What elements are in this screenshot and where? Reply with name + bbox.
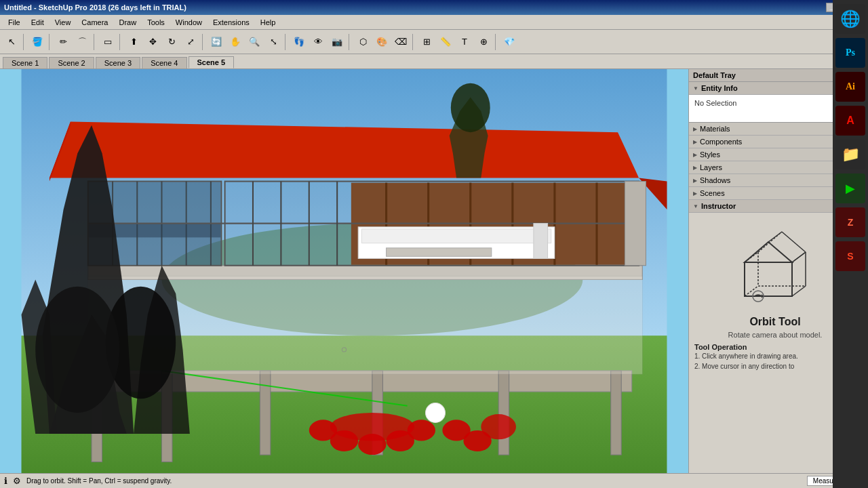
position-camera-tool[interactable]: 📷	[328, 33, 346, 51]
pencil-tool[interactable]: ✏	[54, 33, 72, 51]
menu-view[interactable]: View	[50, 17, 77, 28]
layers-label: Layers	[700, 163, 722, 171]
tool-name: Orbit Tool	[749, 316, 800, 328]
main-area: Default Tray 📌 × ▼ Entity Info × No Sele…	[0, 69, 868, 473]
select-tool[interactable]: ↖	[3, 33, 20, 51]
section-tool[interactable]: ⊞	[418, 33, 435, 51]
tabs-bar: Scene 1 Scene 2 Scene 3 Scene 4 Scene 5	[0, 54, 868, 69]
photoshop-icon[interactable]: Ps	[835, 38, 865, 68]
tape-tool[interactable]: 📏	[437, 33, 454, 51]
materials-arrow: ▶	[693, 126, 697, 132]
menu-window[interactable]: Window	[170, 17, 208, 28]
tab-scene2[interactable]: Scene 2	[49, 57, 94, 68]
app-icon-1[interactable]: Z	[835, 207, 865, 237]
separator	[202, 34, 205, 50]
tool-operation-steps: 1. Click anywhere in drawing area. 2. Mo…	[694, 351, 798, 371]
firefox-icon[interactable]: 🌐	[835, 4, 865, 34]
status-message: Drag to orbit. Shift = Pan, Ctrl = suspe…	[26, 477, 172, 485]
text-tool[interactable]: T	[456, 33, 473, 51]
menu-help[interactable]: Help	[255, 17, 281, 28]
separator	[23, 34, 26, 50]
instructor-title: Instructor	[701, 202, 736, 210]
toolbar: ↖ 🪣 ✏ ⌒ ▭ ⬆ ✥ ↻ ⤢ 🔄 ✋ 🔍 ⤡ 👣 👁 📷 ⬡ 🎨 ⌫ ⊞ …	[0, 30, 868, 54]
instructor-arrow: ▼	[693, 203, 698, 209]
materials-label: Materials	[700, 125, 730, 133]
menu-file[interactable]: File	[3, 17, 26, 28]
scenes-label: Scenes	[700, 189, 725, 197]
info-icon: ℹ	[4, 476, 7, 486]
menu-tools[interactable]: Tools	[142, 17, 170, 28]
paint-tool[interactable]: 🪣	[28, 33, 46, 51]
svg-line-62	[792, 252, 806, 262]
svg-rect-12	[611, 371, 622, 455]
svg-rect-39	[387, 248, 492, 256]
right-app-icons: 🌐 Ps Ai A 📁 ▶ Z S	[833, 0, 868, 488]
rotate-tool[interactable]: ↻	[163, 33, 180, 51]
eraser-tool[interactable]: ⌫	[392, 33, 410, 51]
zoom-extents-tool[interactable]: ⤡	[264, 33, 282, 51]
viewport[interactable]	[0, 69, 688, 473]
svg-marker-57	[745, 242, 792, 262]
svg-rect-38	[534, 224, 548, 259]
look-tool[interactable]: 👁	[309, 33, 327, 51]
tool-description: Rotate camera about model.	[728, 331, 823, 339]
svg-line-63	[782, 232, 806, 252]
move-tool[interactable]: ✥	[144, 33, 161, 51]
menu-draw[interactable]: Draw	[113, 17, 142, 28]
svg-point-46	[408, 420, 435, 441]
no-selection-label: No Selection	[694, 99, 736, 107]
folder-icon[interactable]: 📁	[835, 140, 865, 169]
app-icon-2[interactable]: S	[835, 241, 865, 271]
separator	[495, 34, 498, 50]
tab-scene3[interactable]: Scene 3	[96, 57, 140, 68]
separator	[94, 34, 96, 50]
menu-edit[interactable]: Edit	[26, 17, 50, 28]
scenes-arrow: ▶	[693, 190, 697, 197]
ruby-tool[interactable]: 💎	[500, 33, 518, 51]
svg-point-43	[330, 430, 358, 451]
svg-rect-9	[260, 371, 271, 455]
orbit-tool-btn[interactable]: 🔄	[208, 33, 225, 51]
settings-icon: ⚙	[13, 476, 21, 486]
zoom-tool[interactable]: 🔍	[245, 33, 263, 51]
entity-info-title: Entity Info	[701, 84, 738, 92]
tool-operation-title: Tool Operation	[694, 343, 747, 351]
menu-camera[interactable]: Camera	[76, 17, 113, 28]
acrobat-icon[interactable]: A	[835, 106, 865, 136]
menu-extensions[interactable]: Extensions	[208, 17, 255, 28]
styles-arrow: ▶	[693, 152, 697, 158]
tab-scene4[interactable]: Scene 4	[142, 57, 186, 68]
separator	[49, 34, 52, 50]
svg-point-49	[481, 414, 516, 439]
axes-tool[interactable]: ⊕	[475, 33, 492, 51]
svg-point-54	[451, 83, 490, 132]
svg-point-44	[358, 434, 386, 455]
arc-tool[interactable]: ⌒	[73, 33, 91, 51]
separator	[412, 34, 415, 50]
layers-arrow: ▶	[693, 165, 697, 171]
styles-label: Styles	[700, 150, 720, 159]
tab-scene1[interactable]: Scene 1	[3, 57, 47, 68]
walk-tool[interactable]: 👣	[290, 33, 308, 51]
illustrator-icon[interactable]: Ai	[835, 72, 865, 102]
components-arrow: ▶	[693, 139, 697, 145]
separator	[349, 34, 351, 50]
app-title: Untitled - SketchUp Pro 2018 (26 days le…	[4, 3, 186, 12]
rectangle-tool[interactable]: ▭	[99, 33, 117, 51]
svg-point-53	[35, 287, 119, 413]
entity-info-arrow: ▼	[693, 85, 698, 92]
components-tool[interactable]: ⬡	[354, 33, 372, 51]
svg-rect-40	[625, 182, 646, 266]
separator	[285, 34, 288, 50]
shadows-arrow: ▶	[693, 178, 697, 184]
pan-tool[interactable]: ✋	[226, 33, 244, 51]
svg-rect-37	[361, 229, 551, 243]
media-player-icon[interactable]: ▶	[835, 174, 865, 203]
push-pull-tool[interactable]: ⬆	[125, 33, 142, 51]
tab-scene5[interactable]: Scene 5	[189, 56, 235, 68]
components-label: Components	[700, 138, 742, 146]
title-bar: Untitled - SketchUp Pro 2018 (26 days le…	[0, 0, 868, 15]
scale-tool[interactable]: ⤢	[182, 33, 199, 51]
svg-rect-11	[498, 371, 509, 455]
materials-tool[interactable]: 🎨	[373, 33, 391, 51]
